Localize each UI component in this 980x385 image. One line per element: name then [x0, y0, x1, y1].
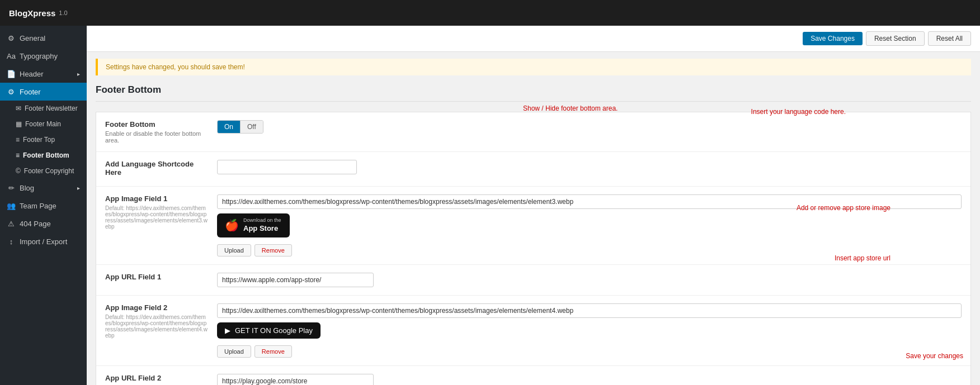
sidebar-item-header[interactable]: 📄 Header ▸	[0, 65, 87, 83]
toggle-off-button[interactable]: Off	[240, 121, 263, 133]
sidebar-item-footer-top[interactable]: ≡ Footer Top	[0, 132, 87, 148]
main-content: Save Changes Reset Section Reset All Set…	[87, 26, 980, 385]
chevron-icon: ▸	[77, 71, 80, 77]
footer-bottom-control: On Off	[217, 120, 962, 134]
app-image-1-default: Default: https://dev.axilthemes.com/them…	[105, 205, 208, 230]
app-image-2-label: App Image Field 2	[105, 303, 208, 312]
footer-icon: ⚙	[7, 87, 16, 96]
app-url-2-control	[217, 374, 962, 385]
transfer-icon: ↕	[7, 237, 16, 246]
app-store-preview: 🍎 Download on the App Store	[217, 213, 290, 237]
settings-panel: Footer Bottom Enable or disable the foot…	[96, 112, 971, 385]
google-play-small-text: GET IT ON	[235, 326, 271, 335]
app-url-1-input[interactable]	[217, 273, 374, 287]
section-title: Footer Bottom	[96, 84, 971, 102]
app-url-1-row: App URL Field 1	[96, 265, 970, 296]
topbar: BlogXpress 1.0	[0, 0, 980, 26]
sidebar-item-blog[interactable]: ✏ Blog ▸	[0, 179, 87, 197]
footer-bottom-desc: Enable or disable the footer bottom area…	[105, 130, 208, 144]
sidebar-item-footer-main[interactable]: ▦ Footer Main	[0, 116, 87, 132]
toggle-wrap: On Off	[217, 120, 962, 134]
pencil-icon: ✏	[7, 183, 16, 192]
app-image-1-input[interactable]	[217, 194, 962, 209]
google-play-preview: ▶ GET IT ON Google Play	[217, 322, 321, 339]
copyright-icon: ©	[16, 167, 21, 175]
toggle-button: On Off	[217, 120, 263, 134]
sidebar-item-team[interactable]: 👥 Team Page	[0, 197, 87, 215]
app-image-2-remove-button[interactable]: Remove	[255, 345, 292, 358]
topbar-logo: BlogXpress	[9, 8, 55, 18]
topbar-version: 1.0	[59, 9, 67, 16]
app-image-2-default: Default: https://dev.axilthemes.com/them…	[105, 314, 208, 339]
footer-bottom-label: Footer Bottom	[105, 120, 208, 129]
app-image-1-upload-button[interactable]: Upload	[217, 244, 251, 256]
reset-all-top-button[interactable]: Reset All	[928, 31, 971, 46]
app-url-1-label: App URL Field 1	[105, 273, 208, 281]
app-store-big-text: App Store	[243, 224, 281, 234]
app-image-2-upload-row: Upload Remove	[217, 345, 962, 358]
sidebar-item-general[interactable]: ⚙ General	[0, 29, 87, 47]
app-image-2-input[interactable]	[217, 303, 962, 318]
app-url-2-row: App URL Field 2	[96, 366, 970, 385]
sidebar-item-import-export[interactable]: ↕ Import / Export	[0, 232, 87, 250]
app-image-1-upload-row: Upload Remove	[217, 244, 962, 256]
toggle-on-button[interactable]: On	[218, 121, 240, 133]
sidebar: ⚙ General Aa Typography 📄 Header ▸ ⚙ Foo…	[0, 26, 87, 385]
lines-icon: ≡	[16, 136, 20, 144]
lines-bold-icon: ≡	[16, 151, 20, 159]
app-url-2-label: App URL Field 2	[105, 374, 208, 382]
annotation-show-hide: Show / Hide footer bottom area.	[523, 104, 618, 112]
app-url-2-input[interactable]	[217, 374, 374, 385]
apple-icon: 🍎	[225, 218, 239, 232]
gear-icon: ⚙	[7, 34, 16, 42]
save-changes-top-button[interactable]: Save Changes	[803, 32, 863, 45]
app-image-1-remove-button[interactable]: Remove	[255, 244, 292, 256]
content-area: Footer Bottom Footer Bottom Enable or di…	[87, 75, 980, 385]
sidebar-item-footer-newsletter[interactable]: ✉ Footer Newsletter	[0, 101, 87, 116]
app-store-small-text: Download on the	[243, 217, 281, 224]
sidebar-item-footer-copyright[interactable]: © Footer Copyright	[0, 163, 87, 179]
mail-icon: ✉	[16, 104, 21, 112]
notice-bar: Settings have changed, you should save t…	[96, 59, 971, 75]
app-image-2-row: App Image Field 2 Default: https://dev.a…	[96, 296, 970, 366]
google-play-icon: ▶	[225, 326, 230, 335]
sidebar-item-404[interactable]: ⚠ 404 Page	[0, 215, 87, 232]
app-image-2-upload-button[interactable]: Upload	[217, 345, 251, 358]
app-image-1-row: App Image Field 1 Default: https://dev.a…	[96, 187, 970, 265]
reset-section-top-button[interactable]: Reset Section	[866, 31, 925, 46]
language-shortcode-label: Add Language Shortcode Here	[105, 160, 208, 177]
app-image-1-label: App Image Field 1	[105, 194, 208, 203]
language-shortcode-control	[217, 160, 962, 174]
text-icon: Aa	[7, 51, 16, 60]
app-url-1-control	[217, 273, 962, 287]
language-shortcode-input[interactable]	[217, 160, 357, 174]
app-image-2-control: ▶ GET IT ON Google Play Upload Remove	[217, 303, 962, 358]
chevron-down-icon: ▸	[77, 185, 80, 191]
sidebar-item-footer[interactable]: ⚙ Footer	[0, 83, 87, 101]
grid-icon: ▦	[16, 120, 22, 128]
google-play-big-text: Google Play	[273, 326, 313, 335]
language-shortcode-row: Add Language Shortcode Here	[96, 152, 970, 187]
team-icon: 👥	[7, 201, 16, 210]
sidebar-item-typography[interactable]: Aa Typography	[0, 47, 87, 65]
page-icon: 📄	[7, 69, 16, 78]
footer-bottom-toggle-row: Footer Bottom Enable or disable the foot…	[96, 112, 970, 152]
warning-icon: ⚠	[7, 219, 16, 228]
sidebar-item-footer-bottom[interactable]: ≡ Footer Bottom	[0, 148, 87, 163]
app-image-1-control: 🍎 Download on the App Store Upload Remov…	[217, 194, 962, 256]
top-action-bar: Save Changes Reset Section Reset All	[87, 26, 980, 52]
